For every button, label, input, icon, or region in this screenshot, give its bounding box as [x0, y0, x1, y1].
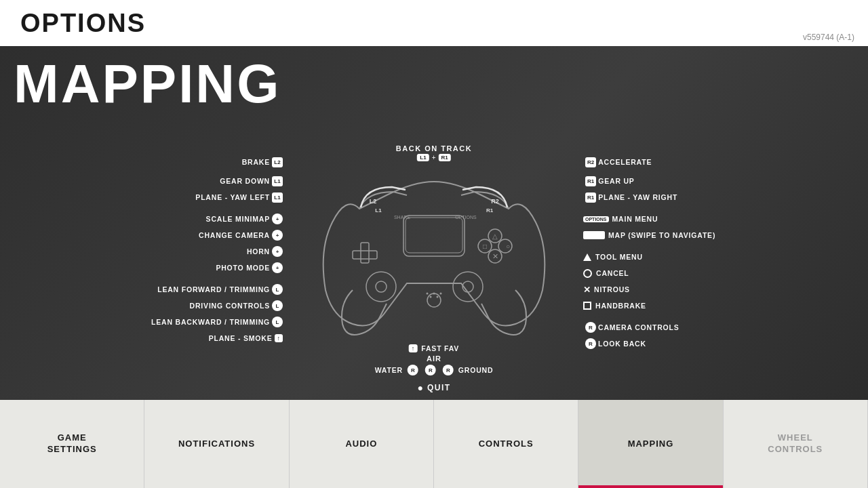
svg-text:OPTIONS: OPTIONS: [455, 215, 477, 220]
tab-game-settings[interactable]: GAMESETTINGS: [0, 400, 144, 488]
tab-audio-label: AUDIO: [345, 439, 377, 450]
map-label: MAP (SWIPE TO NAVIGATE): [583, 228, 841, 243]
scale-minimap-label: SCALE MINIMAP +: [7, 211, 285, 226]
fast-fav-row: ↑ FAST FAV: [375, 344, 494, 352]
lean-backward-label: LEAN BACKWARD / TRIMMING L: [7, 314, 285, 329]
circle-icon: [583, 269, 592, 278]
tab-notifications[interactable]: NOTIFICATIONS: [144, 400, 289, 488]
svg-text:L1: L1: [375, 207, 382, 214]
svg-text:△: △: [492, 232, 498, 240]
tab-audio[interactable]: AUDIO: [290, 400, 434, 488]
left-labels: BRAKE L2 GEAR DOWN L1 PLANE - YAW LEFT L…: [7, 155, 285, 347]
water-ground-row: WATER R R R GROUND: [375, 365, 494, 375]
tool-menu-label: TOOL MENU: [583, 249, 841, 264]
svg-point-9: [453, 272, 483, 302]
svg-rect-5: [361, 243, 369, 263]
tab-mapping-label: MAPPING: [628, 439, 674, 450]
svg-point-24: [433, 293, 435, 295]
center-bottom-labels: ↑ FAST FAV AIR WATER R R R GROUND: [375, 344, 494, 375]
gear-down-label: GEAR DOWN L1: [7, 174, 285, 188]
change-camera-label: CHANGE CAMERA +: [7, 228, 285, 243]
main-content: MAPPING BACK ON TRACK L1 + R1: [0, 46, 868, 488]
right-labels: R2 ACCELERATE R1 GEAR UP R1 PLANE - YAW …: [583, 155, 841, 352]
back-on-track-text: BACK ON TRACK: [396, 144, 472, 152]
gear-up-label: R1 GEAR UP: [583, 174, 841, 188]
horn-label: HORN +: [7, 244, 285, 259]
plane-yaw-right-label: R1 PLANE - YAW RIGHT: [583, 190, 841, 205]
tab-controls-label: CONTROLS: [479, 439, 534, 450]
svg-rect-6: [353, 251, 377, 259]
main-menu-label: OPTIONS MAIN MENU: [583, 211, 841, 226]
svg-text:○: ○: [506, 243, 510, 250]
nitrous-label: ✕ NITROUS: [583, 282, 841, 297]
svg-point-27: [437, 296, 439, 298]
svg-point-8: [376, 281, 387, 292]
tab-wheel-controls[interactable]: WHEELCONTROLS: [724, 400, 868, 488]
options-title: OPTIONS: [20, 9, 146, 38]
svg-rect-21: [406, 218, 462, 253]
page-title: MAPPING: [14, 53, 281, 115]
tab-mapping[interactable]: MAPPING: [578, 400, 723, 488]
svg-text:L2: L2: [370, 198, 377, 205]
tab-bar: GAMESETTINGS NOTIFICATIONS AUDIO CONTROL…: [0, 400, 868, 488]
svg-text:✕: ✕: [492, 252, 498, 260]
top-bar: OPTIONS v559744 (A-1): [0, 0, 868, 46]
cross-icon: ✕: [583, 285, 591, 295]
svg-point-23: [427, 293, 429, 295]
version-label: v559744 (A-1): [803, 33, 854, 42]
driving-controls-label: DRIVING CONTROLS L: [7, 298, 285, 313]
look-back-label: R LOOK BACK: [583, 336, 841, 351]
svg-point-22: [427, 293, 441, 307]
triangle-icon: [583, 253, 591, 261]
square-icon: [583, 302, 591, 310]
svg-point-26: [430, 296, 432, 298]
quit-label: QUIT: [427, 383, 451, 392]
accelerate-label: R2 ACCELERATE: [583, 155, 841, 169]
svg-point-7: [366, 272, 396, 302]
svg-rect-0: [403, 216, 465, 256]
handbrake-label: HANDBRAKE: [583, 298, 841, 313]
svg-text:R1: R1: [486, 207, 494, 214]
camera-controls-label: R CAMERA CONTROLS: [583, 320, 841, 335]
tab-game-settings-label: GAMESETTINGS: [47, 432, 97, 455]
svg-text:R2: R2: [491, 198, 499, 205]
photo-mode-label: PHOTO MODE +: [7, 260, 285, 275]
controller-diagram: L2 L1 R2 R1 △ ○ ✕ □: [305, 155, 563, 344]
cancel-label: CANCEL: [583, 266, 841, 281]
plane-smoke-label: PLANE - SMOKE ↑: [7, 331, 285, 346]
tab-controls[interactable]: CONTROLS: [434, 400, 578, 488]
plane-yaw-left-label: PLANE - YAW LEFT L1: [7, 190, 285, 205]
svg-text:SHARE: SHARE: [394, 215, 410, 220]
air-label: AIR: [375, 354, 494, 363]
quit-circle-icon: ●: [417, 382, 422, 393]
svg-point-25: [440, 293, 442, 295]
quit-bar[interactable]: ● QUIT: [417, 382, 450, 393]
brake-label: BRAKE L2: [7, 155, 285, 169]
svg-text:□: □: [483, 243, 487, 250]
lean-forward-label: LEAN FORWARD / TRIMMING L: [7, 282, 285, 297]
tab-wheel-controls-label: WHEELCONTROLS: [768, 432, 823, 455]
tab-notifications-label: NOTIFICATIONS: [178, 439, 255, 450]
